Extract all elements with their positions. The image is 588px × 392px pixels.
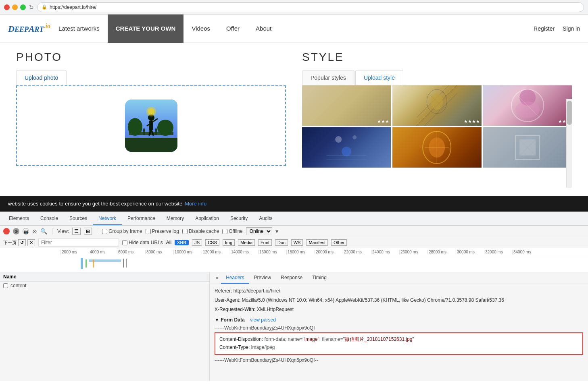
- style-thumb-1[interactable]: ★★★: [302, 85, 391, 126]
- style-thumbnails: ★★★ ★★★★ ★: [302, 85, 572, 168]
- preserve-log-label[interactable]: Preserve log: [146, 228, 179, 234]
- devtools-tabs: Elements Console Sources Network Perform…: [0, 212, 588, 226]
- close-btn[interactable]: [4, 4, 10, 10]
- referer-row: Referer: https://deepart.io/hire/: [215, 287, 583, 295]
- devtools-tab-sources[interactable]: Sources: [64, 212, 93, 225]
- disable-cache-label[interactable]: Disable cache: [182, 228, 219, 234]
- request-row-content[interactable]: content: [0, 282, 209, 290]
- timeline-marker-2: [126, 259, 127, 268]
- maximize-btn[interactable]: [20, 4, 26, 10]
- filter-input[interactable]: [38, 239, 119, 247]
- filter-all[interactable]: All: [166, 240, 171, 245]
- cd-val: form-data; name=: [264, 336, 302, 342]
- reload-button[interactable]: ↻: [29, 4, 34, 10]
- nav-about[interactable]: About: [248, 15, 279, 43]
- disable-cache-checkbox[interactable]: [182, 229, 188, 234]
- style-thumb-6[interactable]: [483, 127, 572, 168]
- stop-btn[interactable]: ✕: [27, 239, 35, 246]
- view-parsed-link[interactable]: view parsed: [250, 317, 276, 323]
- request-checkbox[interactable]: [3, 283, 8, 288]
- devtools-tab-console[interactable]: Console: [35, 212, 64, 225]
- devtools-tab-security[interactable]: Security: [225, 212, 253, 225]
- form-data-toggle[interactable]: ▼ Form Data: [215, 317, 245, 323]
- devtools-tab-memory[interactable]: Memory: [161, 212, 190, 225]
- style-thumb-3[interactable]: ★★★: [483, 85, 572, 126]
- devtools-panel: Elements Console Sources Network Perform…: [0, 212, 588, 381]
- filter-btn[interactable]: ⊗: [32, 228, 37, 234]
- nav-right: Register Sign in: [534, 25, 580, 32]
- record-btn[interactable]: [3, 228, 10, 234]
- cookie-more-info-link[interactable]: More info: [185, 201, 206, 207]
- tick-10000: 10000 ms: [173, 250, 202, 254]
- stars-1: ★★★: [377, 119, 389, 124]
- filter-js[interactable]: JS: [192, 239, 202, 246]
- filter-doc[interactable]: Doc: [275, 239, 288, 246]
- tab-upload-photo[interactable]: Upload photo: [16, 70, 67, 85]
- devtools-tab-network[interactable]: Network: [93, 212, 122, 225]
- detail-tab-timing[interactable]: Timing: [307, 272, 332, 284]
- filter-font[interactable]: Font: [258, 239, 272, 246]
- offline-checkbox[interactable]: [222, 229, 227, 234]
- filter-media[interactable]: Media: [238, 239, 255, 246]
- devtools-tab-performance[interactable]: Performance: [122, 212, 161, 225]
- signin-link[interactable]: Sign in: [563, 25, 580, 32]
- referer-val: https://deepart.io/hire/: [234, 288, 280, 294]
- nav-create-your-own[interactable]: CREATE YOUR OWN: [108, 15, 184, 43]
- photo-upload-area[interactable]: [16, 85, 286, 166]
- offline-label[interactable]: Offline: [222, 228, 242, 234]
- filter-manifest[interactable]: Manifest: [306, 239, 328, 246]
- minimize-btn[interactable]: [12, 4, 18, 10]
- tab-popular-styles[interactable]: Popular styles: [302, 70, 354, 85]
- tick-16000: 16000 ms: [258, 250, 286, 254]
- nav-latest-artworks[interactable]: Latest artworks: [50, 15, 108, 43]
- timeline-bars: [60, 258, 588, 270]
- browser-controls: [4, 4, 26, 10]
- hide-data-urls-label[interactable]: Hide data URLs: [122, 240, 163, 245]
- style-thumb-5[interactable]: [392, 127, 481, 168]
- content-type-line: Content-Type: image/jpeg: [219, 344, 578, 351]
- filter-xhr[interactable]: XHR: [175, 240, 189, 245]
- detail-close-btn[interactable]: ×: [213, 272, 221, 284]
- request-panel: Name content × Headers Preview Response …: [0, 272, 588, 381]
- filter-css[interactable]: CSS: [205, 239, 219, 246]
- prev-page-btn[interactable]: 下一页: [3, 240, 17, 246]
- tab-upload-style[interactable]: Upload style: [355, 70, 403, 85]
- more-options-btn[interactable]: ▾: [275, 228, 278, 234]
- style-scrollbar[interactable]: [566, 99, 572, 188]
- list-view-btn[interactable]: ☰: [72, 228, 81, 235]
- detail-tab-headers[interactable]: Headers: [221, 272, 249, 284]
- detail-tab-response[interactable]: Response: [276, 272, 307, 284]
- clear-btn[interactable]: ⊘: [13, 228, 19, 234]
- style-thumb-4[interactable]: [302, 127, 391, 168]
- waterfall-view-btn[interactable]: ⊞: [84, 228, 92, 235]
- photo-tab-bar: Upload photo: [16, 70, 286, 85]
- filter-ws[interactable]: WS: [291, 239, 303, 246]
- search-btn[interactable]: 🔍: [40, 228, 47, 234]
- devtools-tab-elements[interactable]: Elements: [3, 212, 35, 225]
- nav-videos[interactable]: Videos: [183, 15, 218, 43]
- devtools-tab-audits[interactable]: Audits: [253, 212, 278, 225]
- svg-point-11: [157, 120, 173, 136]
- throttle-select[interactable]: Online: [246, 227, 272, 235]
- style-thumb-2[interactable]: ★★★★: [392, 85, 481, 126]
- request-name: content: [10, 283, 26, 288]
- photo-title: PHOTO: [16, 51, 286, 64]
- nav-offer[interactable]: Offer: [218, 15, 248, 43]
- group-by-frame-checkbox[interactable]: [102, 229, 107, 234]
- refresh-btn[interactable]: ↺: [18, 239, 26, 246]
- filter-img[interactable]: Img: [223, 239, 235, 246]
- preserve-log-checkbox[interactable]: [146, 229, 151, 234]
- ct-val: image/jpeg: [251, 344, 275, 350]
- screenshot-btn[interactable]: 📷: [23, 228, 29, 234]
- filter-other[interactable]: Other: [331, 239, 347, 246]
- scrollbar-thumb[interactable]: [567, 101, 572, 125]
- svg-rect-5: [143, 129, 145, 135]
- register-link[interactable]: Register: [534, 25, 555, 32]
- thumb-4-svg: [302, 127, 391, 168]
- detail-tab-preview[interactable]: Preview: [249, 272, 276, 284]
- address-bar[interactable]: 🔒 https://deepart.io/hire/: [37, 2, 584, 12]
- hide-data-urls-checkbox[interactable]: [122, 240, 127, 245]
- group-by-frame-label[interactable]: Group by frame: [102, 228, 142, 234]
- devtools-tab-application[interactable]: Application: [190, 212, 225, 225]
- logo[interactable]: DEEPART.io: [8, 23, 50, 34]
